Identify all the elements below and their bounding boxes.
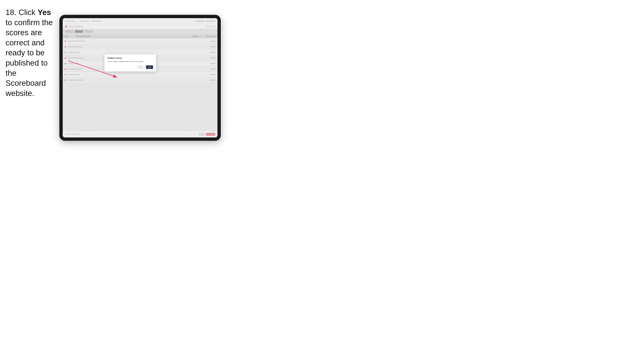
yes-button[interactable]: Yes bbox=[146, 65, 153, 69]
tablet-screen: Publish scores × Are you ready to publis… bbox=[63, 18, 218, 138]
dialog-header: Publish scores × bbox=[108, 57, 153, 59]
dialog-title: Publish scores bbox=[108, 57, 122, 59]
instruction-after: to confirm the scores are correct and re… bbox=[6, 18, 53, 98]
instruction-before: Click bbox=[16, 8, 38, 17]
modal-backdrop bbox=[63, 18, 218, 138]
tablet: Publish scores × Are you ready to publis… bbox=[59, 15, 221, 141]
dialog-body: Are you ready to publish these scores to… bbox=[108, 61, 153, 63]
dialog-close-icon[interactable]: × bbox=[151, 57, 153, 59]
instruction-text: 18. Click Yes to confirm the scores are … bbox=[6, 7, 58, 98]
dialog-footer: Cancel Yes bbox=[108, 65, 153, 69]
cancel-button[interactable]: Cancel bbox=[136, 65, 145, 69]
tablet-side-button bbox=[61, 75, 62, 81]
instruction-bold: Yes bbox=[38, 8, 51, 17]
step-number: 18. bbox=[6, 8, 16, 17]
publish-scores-dialog: Publish scores × Are you ready to publis… bbox=[104, 54, 156, 71]
